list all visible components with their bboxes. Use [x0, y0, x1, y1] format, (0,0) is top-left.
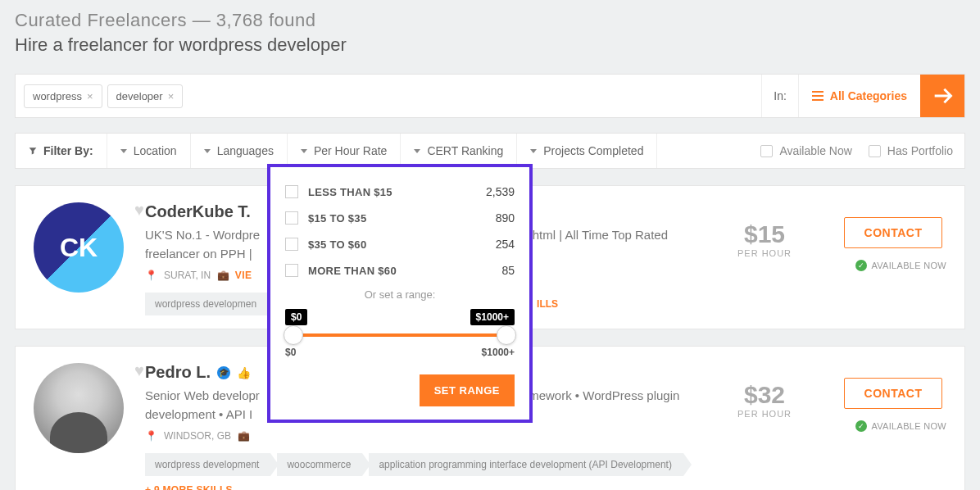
view-profile-link[interactable]: 💼VIE: [217, 270, 252, 281]
avatar[interactable]: CK: [34, 202, 124, 293]
location-icon: 📍: [145, 270, 157, 281]
page-title: Curated Freelancers — 3,768 found: [15, 10, 965, 31]
min-badge: $0: [285, 309, 307, 325]
tag-label: wordpress: [33, 90, 82, 102]
set-range-button[interactable]: SET RANGE: [420, 374, 515, 406]
avatar[interactable]: [34, 363, 124, 453]
filter-location[interactable]: Location: [107, 134, 191, 168]
caret-down-icon: [120, 149, 127, 153]
checkbox-icon: [285, 238, 298, 251]
briefcase-icon: 💼: [217, 270, 230, 281]
min-end-label: $0: [285, 347, 296, 358]
max-badge: $1000+: [470, 309, 515, 325]
availability-badge: ✓AVAILABLE NOW: [840, 260, 946, 271]
rate-option[interactable]: MORE THAN $6085: [285, 257, 515, 284]
list-icon: [812, 91, 823, 101]
checkbox-icon: [285, 185, 298, 198]
contact-button[interactable]: CONTACT: [844, 217, 943, 248]
skill-tag[interactable]: application programming interface develo…: [369, 453, 683, 476]
location-icon: 📍: [145, 430, 157, 442]
has-portfolio-checkbox[interactable]: Has Portfolio: [869, 144, 953, 157]
tag-developer[interactable]: developer×: [107, 84, 184, 108]
more-skills-link[interactable]: ILLS: [537, 298, 558, 310]
search-tag-area[interactable]: wordpress× developer×: [16, 75, 761, 117]
favorite-icon[interactable]: ♥: [134, 361, 144, 380]
check-icon: ✓: [855, 260, 867, 271]
hourly-rate: $32: [707, 381, 822, 409]
thumb-up-icon: 👍: [237, 366, 251, 379]
in-label: In:: [761, 75, 798, 117]
funnel-icon: [29, 147, 37, 155]
search-button[interactable]: [920, 75, 964, 117]
checkbox-icon: [285, 211, 298, 225]
skill-tag[interactable]: woocommerce: [277, 453, 362, 476]
range-label: Or set a range:: [285, 288, 515, 301]
search-bar: wordpress× developer× In: All Categories: [15, 74, 965, 118]
rate-unit: PER HOUR: [707, 248, 822, 258]
contact-button[interactable]: CONTACT: [844, 378, 943, 409]
availability-badge: ✓AVAILABLE NOW: [840, 420, 946, 432]
hourly-rate: $15: [707, 220, 822, 248]
caret-down-icon: [414, 149, 420, 153]
view-profile-link[interactable]: 💼: [238, 430, 251, 442]
caret-down-icon: [530, 149, 537, 153]
briefcase-icon: 💼: [238, 430, 251, 442]
available-now-checkbox[interactable]: Available Now: [760, 144, 851, 157]
more-skills-link[interactable]: + 9 MORE SKILLS: [145, 484, 689, 490]
per-hour-rate-dropdown: LESS THAN $152,539 $15 TO $35890 $35 TO …: [267, 164, 533, 423]
filter-cert-ranking[interactable]: CERT Ranking: [401, 134, 517, 168]
categories-dropdown[interactable]: All Categories: [798, 75, 920, 117]
skill-tag[interactable]: wordpress development: [145, 453, 270, 476]
tag-label: developer: [116, 90, 163, 102]
rate-option[interactable]: LESS THAN $152,539: [285, 179, 515, 205]
verified-badge-icon: 🎓: [217, 366, 230, 379]
close-icon[interactable]: ×: [168, 90, 175, 102]
caret-down-icon: [204, 149, 211, 153]
rate-option[interactable]: $35 TO $60254: [285, 231, 515, 257]
max-end-label: $1000+: [482, 347, 515, 358]
skill-tag[interactable]: wordpress developmen: [145, 293, 268, 315]
filter-projects-completed[interactable]: Projects Completed: [517, 134, 657, 168]
freelancer-location: WINDSOR, GB: [164, 430, 231, 442]
arrow-right-icon: [931, 84, 954, 107]
tag-wordpress[interactable]: wordpress×: [24, 84, 102, 108]
close-icon[interactable]: ×: [87, 90, 93, 102]
page-subtitle: Hire a freelancer for wordpress develope…: [15, 34, 965, 56]
filter-by-label: Filter By:: [16, 134, 107, 168]
range-slider-track[interactable]: [293, 333, 506, 337]
slider-handle-min[interactable]: [284, 325, 303, 345]
rate-option[interactable]: $15 TO $35890: [285, 205, 515, 231]
filter-languages[interactable]: Languages: [191, 134, 288, 168]
favorite-icon[interactable]: ♥: [134, 201, 144, 220]
rate-unit: PER HOUR: [707, 409, 822, 419]
slider-handle-max[interactable]: [497, 325, 516, 345]
freelancer-location: SURAT, IN: [164, 270, 211, 281]
checkbox-icon: [869, 145, 881, 157]
checkbox-icon: [760, 145, 773, 157]
checkbox-icon: [285, 264, 298, 277]
categories-label: All Categories: [830, 89, 907, 102]
check-icon: ✓: [855, 420, 867, 432]
filter-per-hour-rate[interactable]: Per Hour Rate: [288, 134, 401, 168]
caret-down-icon: [301, 149, 307, 153]
